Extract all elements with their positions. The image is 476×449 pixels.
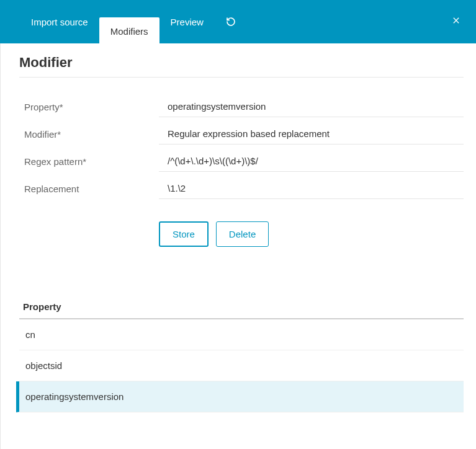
table-row[interactable]: objectsid — [19, 350, 464, 381]
row-modifier: Modifier* — [19, 123, 464, 144]
table-header: Property — [19, 296, 464, 319]
row-regex-pattern: Regex pattern* — [19, 151, 464, 172]
table-row[interactable]: cn — [19, 319, 464, 350]
delete-button[interactable]: Delete — [216, 221, 269, 247]
page-title: Modifier — [19, 55, 464, 78]
topbar: Import source Modifiers Preview — [0, 0, 476, 43]
input-modifier[interactable] — [159, 123, 464, 144]
label-regex-pattern: Regex pattern* — [19, 156, 159, 167]
form-actions: Store Delete — [159, 221, 464, 247]
tab-preview[interactable]: Preview — [159, 11, 215, 33]
label-property: Property* — [19, 102, 159, 112]
label-replacement: Replacement — [19, 184, 159, 194]
refresh-icon[interactable] — [226, 17, 236, 27]
tab-import-source[interactable]: Import source — [20, 11, 99, 33]
table-row[interactable]: operatingsystemversion — [16, 381, 464, 412]
row-replacement: Replacement — [19, 178, 464, 199]
modifier-form: Property* Modifier* Regex pattern* Repla… — [19, 96, 464, 247]
tab-modifiers[interactable]: Modifiers — [99, 17, 159, 43]
close-icon[interactable] — [451, 16, 461, 28]
property-table: Property cnobjectsidoperatingsystemversi… — [19, 296, 464, 412]
input-replacement[interactable] — [159, 178, 464, 199]
table-body: cnobjectsidoperatingsystemversion — [19, 319, 464, 412]
label-modifier: Modifier* — [19, 129, 159, 140]
content: Modifier Property* Modifier* Regex patte… — [0, 43, 476, 449]
row-property: Property* — [19, 96, 464, 117]
input-regex-pattern[interactable] — [159, 151, 464, 172]
tabs-container: Import source Modifiers Preview — [20, 0, 236, 43]
input-property[interactable] — [159, 96, 464, 117]
store-button[interactable]: Store — [159, 221, 209, 247]
